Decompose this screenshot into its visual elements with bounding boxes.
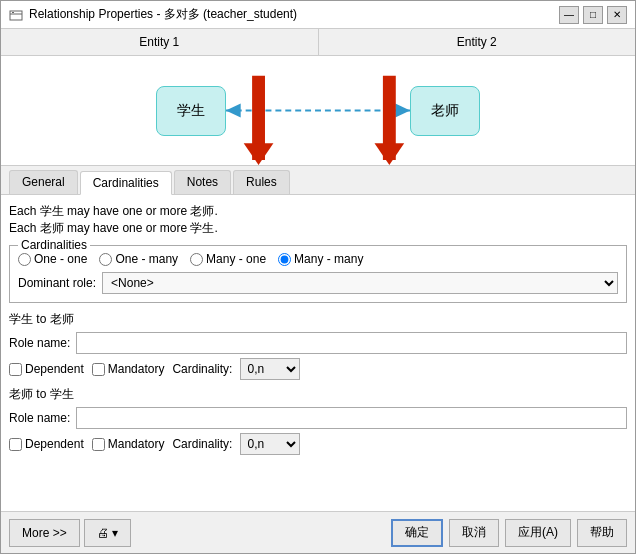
section1-cardinality-select[interactable]: 0,n	[240, 358, 300, 380]
radio-many-one-input[interactable]	[190, 253, 203, 266]
footer: More >> 🖨 ▾ 确定 取消 应用(A) 帮助	[1, 511, 635, 553]
section1-role-label: Role name:	[9, 336, 70, 350]
footer-left: More >> 🖨 ▾	[9, 519, 131, 547]
section1-cardinality-label: Cardinality:	[172, 362, 232, 376]
entity2-name: 老师	[431, 102, 459, 120]
section2-cardinality-select[interactable]: 0,n	[240, 433, 300, 455]
section1-mandatory-checkbox[interactable]	[92, 363, 105, 376]
cardinalities-group-label: Cardinalities	[18, 238, 90, 252]
title-bar-left: Relationship Properties - 多对多 (teacher_s…	[9, 6, 297, 23]
section2-title: 老师 to 学生	[9, 386, 627, 403]
entity1-name: 学生	[177, 102, 205, 120]
tabs-area: General Cardinalities Notes Rules	[1, 166, 635, 195]
diagram-area: 学生 老师	[1, 56, 635, 166]
help-button[interactable]: 帮助	[577, 519, 627, 547]
section2-cardinality-label: Cardinality:	[172, 437, 232, 451]
svg-marker-9	[374, 143, 404, 165]
print-dropdown-icon: ▾	[112, 526, 118, 540]
tab-notes[interactable]: Notes	[174, 170, 231, 194]
dominant-role-label: Dominant role:	[18, 276, 96, 290]
section1-title: 学生 to 老师	[9, 311, 627, 328]
print-button[interactable]: 🖨 ▾	[84, 519, 131, 547]
description: Each 学生 may have one or more 老师. Each 老师…	[9, 203, 627, 237]
print-icon: 🖨	[97, 526, 109, 540]
section2-dependent-checkbox[interactable]	[9, 438, 22, 451]
minimize-button[interactable]: —	[559, 6, 579, 24]
main-window: Relationship Properties - 多对多 (teacher_s…	[0, 0, 636, 554]
cardinalities-group: Cardinalities One - one One - many Many …	[9, 245, 627, 303]
tab-general[interactable]: General	[9, 170, 78, 194]
tab-cardinalities[interactable]: Cardinalities	[80, 171, 172, 195]
section1-role-row: Role name:	[9, 332, 627, 354]
description-line1: Each 学生 may have one or more 老师.	[9, 203, 627, 220]
maximize-button[interactable]: □	[583, 6, 603, 24]
section1-dependent[interactable]: Dependent	[9, 362, 84, 376]
radio-one-one-input[interactable]	[18, 253, 31, 266]
section2-dependent[interactable]: Dependent	[9, 437, 84, 451]
radio-one-many[interactable]: One - many	[99, 252, 178, 266]
section1-mandatory[interactable]: Mandatory	[92, 362, 165, 376]
cancel-button[interactable]: 取消	[449, 519, 499, 547]
radio-row: One - one One - many Many - one Many - m…	[18, 252, 618, 266]
window-title: Relationship Properties - 多对多 (teacher_s…	[29, 6, 297, 23]
entity2-box: 老师	[410, 86, 480, 136]
more-button[interactable]: More >>	[9, 519, 80, 547]
section2-role-label: Role name:	[9, 411, 70, 425]
svg-rect-2	[12, 12, 14, 13]
svg-marker-5	[395, 104, 410, 118]
title-bar: Relationship Properties - 多对多 (teacher_s…	[1, 1, 635, 29]
close-button[interactable]: ✕	[607, 6, 627, 24]
radio-one-many-input[interactable]	[99, 253, 112, 266]
content-area: Each 学生 may have one or more 老师. Each 老师…	[1, 195, 635, 511]
radio-many-one[interactable]: Many - one	[190, 252, 266, 266]
section2-role-row: Role name:	[9, 407, 627, 429]
entity-header: Entity 1 Entity 2	[1, 29, 635, 56]
svg-rect-0	[10, 11, 22, 20]
diagram-svg	[1, 56, 635, 165]
radio-one-one[interactable]: One - one	[18, 252, 87, 266]
radio-many-many[interactable]: Many - many	[278, 252, 363, 266]
tab-rules[interactable]: Rules	[233, 170, 290, 194]
confirm-button[interactable]: 确定	[391, 519, 443, 547]
svg-marker-7	[244, 143, 274, 165]
apply-button[interactable]: 应用(A)	[505, 519, 571, 547]
section2-role-input[interactable]	[76, 407, 627, 429]
dominant-role-select[interactable]: <None>	[102, 272, 618, 294]
window-icon	[9, 8, 23, 22]
section2-mandatory-checkbox[interactable]	[92, 438, 105, 451]
section1-role-input[interactable]	[76, 332, 627, 354]
dominant-row: Dominant role: <None>	[18, 272, 618, 294]
description-line2: Each 老师 may have one or more 学生.	[9, 220, 627, 237]
radio-many-many-input[interactable]	[278, 253, 291, 266]
entity1-header: Entity 1	[1, 29, 319, 55]
entity1-box: 学生	[156, 86, 226, 136]
footer-right: 确定 取消 应用(A) 帮助	[391, 519, 627, 547]
entity2-header: Entity 2	[319, 29, 636, 55]
section2-checkbox-row: Dependent Mandatory Cardinality: 0,n	[9, 433, 627, 455]
title-controls: — □ ✕	[559, 6, 627, 24]
section1-checkbox-row: Dependent Mandatory Cardinality: 0,n	[9, 358, 627, 380]
svg-marker-4	[226, 104, 241, 118]
section2-mandatory[interactable]: Mandatory	[92, 437, 165, 451]
section1-dependent-checkbox[interactable]	[9, 363, 22, 376]
